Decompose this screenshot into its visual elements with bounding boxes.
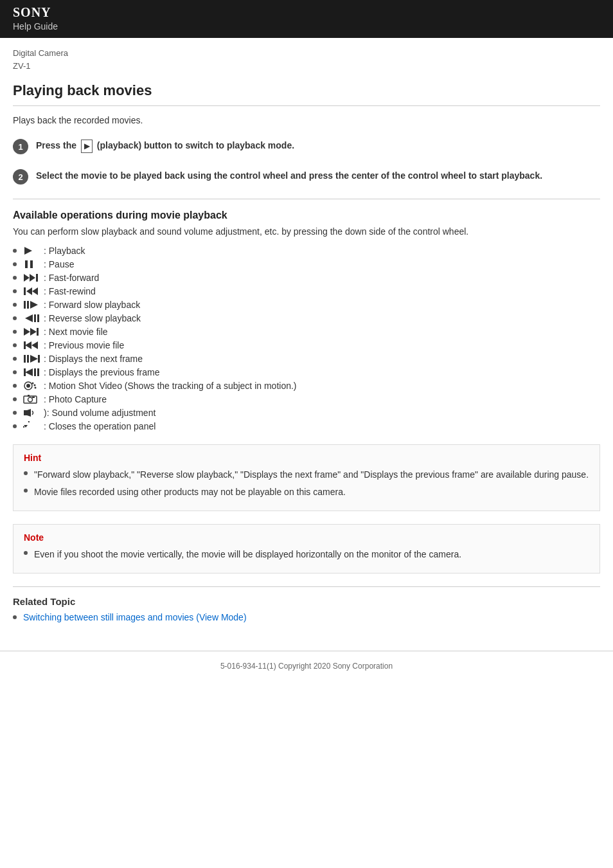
list-item: : Reverse slow playback xyxy=(13,313,600,323)
play-icon xyxy=(23,246,41,255)
svg-rect-17 xyxy=(37,328,39,336)
svg-marker-15 xyxy=(24,328,30,336)
svg-rect-10 xyxy=(27,301,29,309)
op-label: : Next movie file xyxy=(44,327,108,337)
svg-rect-21 xyxy=(24,355,26,363)
svg-rect-28 xyxy=(37,368,39,376)
bullet-icon xyxy=(13,316,17,320)
op-label: : Motion Shot Video (Shows the tracking … xyxy=(44,381,297,391)
bullet-icon xyxy=(13,289,17,293)
bullet-icon xyxy=(13,615,17,619)
motion-shot-icon xyxy=(23,381,41,391)
op-label: : Pause xyxy=(44,259,74,269)
svg-point-30 xyxy=(26,384,30,388)
next-frame-icon xyxy=(23,354,41,363)
note-list: Even if you shoot the movie vertically, … xyxy=(24,548,589,561)
svg-point-31 xyxy=(32,383,34,384)
list-item: : Motion Shot Video (Shows the tracking … xyxy=(13,381,600,391)
hint-item: Movie files recorded using other product… xyxy=(24,485,589,499)
bullet-icon xyxy=(13,343,17,347)
step-1-text-part2: (playback) button to switch to playback … xyxy=(97,140,294,150)
list-item: : Forward slow playback xyxy=(13,300,600,310)
list-item: : Previous movie file xyxy=(13,340,600,350)
operations-heading: Available operations during movie playba… xyxy=(13,210,600,221)
footer: 5-016-934-11(1) Copyright 2020 Sony Corp… xyxy=(0,651,613,681)
op-label: : Displays the previous frame xyxy=(44,367,160,377)
prev-file-icon xyxy=(23,341,41,350)
op-label: : Photo Capture xyxy=(44,394,107,404)
related-list: Switching between still images and movie… xyxy=(13,612,600,622)
list-item: : Pause xyxy=(13,259,600,269)
svg-point-32 xyxy=(34,384,36,386)
list-item: : Displays the previous frame xyxy=(13,367,600,377)
breadcrumb-line1: Digital Camera xyxy=(13,47,600,60)
svg-marker-0 xyxy=(24,247,32,255)
op-label: : Closes the operation panel xyxy=(44,421,155,431)
svg-rect-27 xyxy=(34,368,36,376)
svg-marker-39 xyxy=(27,409,31,417)
step-2-text: Select the movie to be played back using… xyxy=(36,168,542,183)
main-content: Playing back movies Plays back the recor… xyxy=(0,76,613,638)
divider-1 xyxy=(13,199,600,199)
step-2: 2 Select the movie to be played back usi… xyxy=(13,168,600,185)
operations-intro: You can perform slow playback and sound … xyxy=(13,226,600,237)
svg-marker-8 xyxy=(26,287,32,295)
breadcrumb: Digital Camera ZV-1 xyxy=(0,38,613,76)
bullet-icon xyxy=(13,384,17,388)
list-item: : Next movie file xyxy=(13,327,600,337)
svg-marker-19 xyxy=(31,341,38,349)
sony-logo: SONY xyxy=(13,5,600,20)
hint-box: Hint "Forward slow playback," "Reverse s… xyxy=(13,444,600,511)
svg-rect-1 xyxy=(25,260,28,268)
svg-marker-23 xyxy=(30,355,38,363)
step-1: 1 Press the ▶ (playback) button to switc… xyxy=(13,138,600,154)
list-item: : Fast-forward xyxy=(13,273,600,283)
bullet-icon xyxy=(13,303,17,307)
step-number-1: 1 xyxy=(13,139,28,154)
reverse-slow-icon xyxy=(23,314,41,323)
svg-rect-5 xyxy=(36,274,38,282)
list-item: : Closes the operation panel xyxy=(13,421,600,431)
hint-title: Hint xyxy=(24,453,589,463)
svg-rect-14 xyxy=(37,314,39,322)
playback-button-icon: ▶ xyxy=(81,140,93,154)
hint-text: "Forward slow playback," "Reverse slow p… xyxy=(34,468,589,482)
intro-text: Plays back the recorded movies. xyxy=(13,115,600,125)
svg-rect-38 xyxy=(24,410,27,415)
related-link[interactable]: Switching between still images and movie… xyxy=(23,612,247,622)
related-item: Switching between still images and movie… xyxy=(13,612,600,622)
prev-frame-icon xyxy=(23,368,41,377)
step-number-2: 2 xyxy=(13,169,28,185)
op-label: : Displays the next frame xyxy=(44,354,143,364)
svg-rect-2 xyxy=(30,260,33,268)
op-label: : Forward slow playback xyxy=(44,300,140,310)
note-text: Even if you shoot the movie vertically, … xyxy=(34,548,461,561)
list-item: : Photo Capture xyxy=(13,394,600,404)
bullet-icon xyxy=(13,249,17,253)
svg-rect-9 xyxy=(24,301,26,309)
bullet-icon xyxy=(13,330,17,334)
bullet-icon xyxy=(13,424,17,428)
svg-marker-20 xyxy=(25,341,31,349)
step-1-text-part1: Press the xyxy=(36,140,79,150)
note-box: Note Even if you shoot the movie vertica… xyxy=(13,524,600,574)
list-item: : Playback xyxy=(13,246,600,256)
bullet-icon xyxy=(24,551,28,555)
related-topic: Related Topic Switching between still im… xyxy=(13,586,600,622)
svg-marker-11 xyxy=(30,301,38,309)
svg-marker-16 xyxy=(30,328,37,336)
svg-marker-26 xyxy=(25,368,33,376)
svg-point-35 xyxy=(28,397,33,402)
svg-point-33 xyxy=(35,387,37,389)
bullet-icon xyxy=(13,262,17,266)
step-1-text: Press the ▶ (playback) button to switch … xyxy=(36,138,294,153)
bullet-icon xyxy=(13,397,17,401)
bullet-icon xyxy=(13,276,17,280)
next-file-icon xyxy=(23,327,41,336)
svg-marker-3 xyxy=(24,274,30,282)
forward-slow-icon xyxy=(23,300,41,309)
fast-forward-icon xyxy=(23,273,41,282)
svg-marker-4 xyxy=(30,274,35,282)
svg-rect-13 xyxy=(34,314,36,322)
bullet-icon xyxy=(13,370,17,374)
